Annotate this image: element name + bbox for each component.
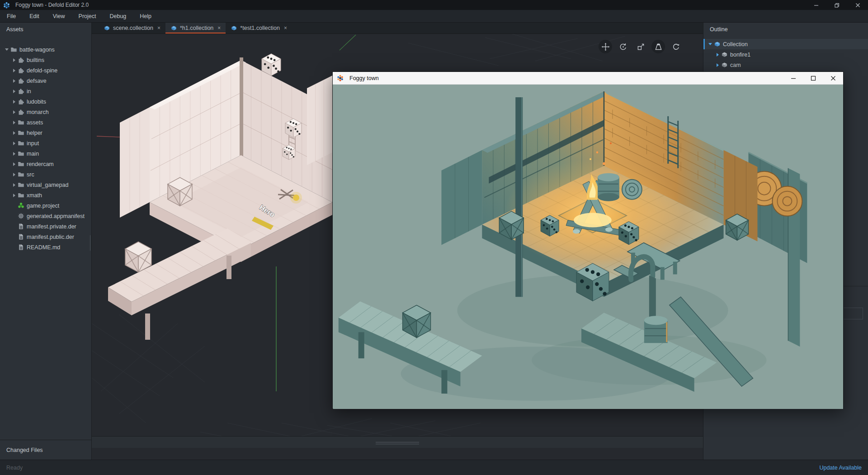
game-viewport[interactable] [333, 85, 843, 409]
tree-item-defsave[interactable]: defsave [0, 76, 91, 86]
disclosure-collapsed-icon[interactable] [11, 90, 17, 93]
tree-item-main[interactable]: main [0, 148, 91, 159]
disclosure-collapsed-icon[interactable] [11, 58, 17, 62]
tab-close-icon[interactable]: × [284, 25, 287, 31]
close-button[interactable] [847, 0, 868, 10]
move-tool-icon [601, 42, 610, 52]
minimize-button[interactable] [806, 0, 826, 10]
tree-item-in[interactable]: in [0, 86, 91, 96]
tree-item-label: in [27, 88, 31, 95]
window-title: Foggy town - Defold Editor 2.0 [15, 2, 89, 8]
tab--h1-collection[interactable]: *h1.collection× [165, 23, 226, 33]
tree-item-label: defsave [27, 78, 47, 84]
disclosure-collapsed-icon[interactable] [714, 63, 721, 67]
tree-item-label: generated.appmanifest [27, 213, 85, 219]
menu-item-view[interactable]: View [46, 10, 72, 22]
tree-item-monarch[interactable]: monarch [0, 107, 91, 117]
menu-item-file[interactable]: File [0, 10, 23, 22]
disclosure-collapsed-icon[interactable] [11, 110, 17, 114]
tree-item-assets[interactable]: assets [0, 117, 91, 128]
tree-item-bonfire1[interactable]: bonfire1 [703, 49, 868, 60]
disclosure-collapsed-icon[interactable] [11, 121, 17, 124]
file-icon [18, 244, 24, 251]
chevron-right-icon [13, 162, 15, 166]
folder-icon [18, 140, 24, 147]
tree-item-label: virtual_gamepad [27, 182, 68, 188]
rotate-tool-button[interactable] [616, 40, 630, 53]
tree-item-manifest-private-der[interactable]: manifest.private.der [0, 221, 91, 232]
tree-item-input[interactable]: input [0, 138, 91, 148]
rotate-tool-icon [618, 42, 628, 52]
tab-close-icon[interactable]: × [157, 25, 160, 31]
disclosure-expanded-icon[interactable] [707, 43, 713, 45]
tree-item-src[interactable]: src [0, 169, 91, 180]
cube-icon [721, 62, 728, 68]
menu-item-edit[interactable]: Edit [23, 10, 46, 22]
chevron-right-icon [13, 142, 15, 145]
defold-green-icon [18, 202, 24, 209]
chevron-right-icon [13, 110, 15, 114]
disclosure-collapsed-icon[interactable] [11, 79, 17, 83]
folder-icon [18, 192, 24, 199]
collection-icon [231, 25, 237, 31]
tree-item-label: helper [27, 130, 42, 136]
menu-item-project[interactable]: Project [72, 10, 103, 22]
disclosure-collapsed-icon[interactable] [11, 183, 17, 187]
scale-tool-button[interactable] [634, 40, 647, 53]
folder-icon [18, 119, 24, 126]
disclosure-collapsed-icon[interactable] [714, 53, 721, 57]
tree-item-builtins[interactable]: builtins [0, 55, 91, 65]
tree-item-defold-spine[interactable]: defold-spine [0, 65, 91, 76]
game-maximize-button[interactable] [803, 72, 823, 84]
scale-tool-icon [636, 42, 646, 52]
menu-item-help[interactable]: Help [133, 10, 158, 22]
update-available-link[interactable]: Update Available [819, 465, 862, 471]
changed-files-section[interactable]: Changed Files [0, 440, 91, 460]
tree-item-helper[interactable]: helper [0, 128, 91, 138]
window-titlebar[interactable]: Foggy town - Defold Editor 2.0 [0, 0, 868, 10]
tab-close-icon[interactable]: × [217, 25, 221, 31]
perspective-camera-tool-button[interactable] [651, 40, 665, 53]
disclosure-collapsed-icon[interactable] [11, 162, 17, 166]
file-icon [18, 223, 24, 230]
tree-item-virtual-gamepad[interactable]: virtual_gamepad [0, 180, 91, 190]
folder-icon [18, 171, 24, 178]
tree-item-readme-md[interactable]: README.md [0, 242, 91, 252]
game-window-titlebar[interactable]: Foggy town [333, 72, 843, 85]
menu-item-debug[interactable]: Debug [103, 10, 133, 22]
tree-item-game-project[interactable]: game.project [0, 200, 91, 211]
disclosure-collapsed-icon[interactable] [11, 142, 17, 145]
tab-label: *h1.collection [180, 25, 213, 31]
tree-item-cam[interactable]: cam [703, 60, 868, 70]
status-text: Ready [6, 465, 23, 471]
game-minimize-button[interactable] [783, 72, 803, 84]
folder-icon [18, 129, 24, 136]
disclosure-collapsed-icon[interactable] [11, 69, 17, 72]
tree-item-xmath[interactable]: xmath [0, 190, 91, 200]
tree-item-label: main [27, 151, 39, 157]
tree-item-generated-appmanifest[interactable]: generated.appmanifest [0, 211, 91, 221]
maximize-button[interactable] [826, 0, 847, 10]
tab-scene-collection[interactable]: scene.collection× [99, 23, 165, 33]
camera-reset-tool-button[interactable] [669, 40, 683, 53]
disclosure-collapsed-icon[interactable] [11, 152, 17, 156]
move-tool-button[interactable] [599, 40, 612, 53]
tab--test1-collection[interactable]: *test1.collection× [226, 23, 292, 33]
game-window: Foggy town [332, 71, 844, 409]
disclosure-collapsed-icon[interactable] [11, 100, 17, 104]
tree-item-battle-wagons[interactable]: battle-wagons [0, 44, 91, 55]
disclosure-collapsed-icon[interactable] [11, 173, 17, 176]
game-close-button[interactable] [823, 72, 843, 84]
console-collapsed-bar [92, 436, 703, 448]
tree-item-manifest-public-der[interactable]: manifest.public.der [0, 232, 91, 242]
puzzle-icon [18, 88, 24, 95]
tree-item-ludobits[interactable]: ludobits [0, 96, 91, 107]
console-drag-handle[interactable] [376, 441, 419, 446]
tree-item-collection[interactable]: Collection [703, 39, 868, 49]
tree-item-label: Collection [723, 41, 748, 48]
tree-item-rendercam[interactable]: rendercam [0, 159, 91, 169]
disclosure-collapsed-icon[interactable] [11, 131, 17, 135]
disclosure-expanded-icon[interactable] [4, 48, 10, 51]
disclosure-collapsed-icon[interactable] [11, 194, 17, 197]
chevron-right-icon [13, 79, 15, 83]
